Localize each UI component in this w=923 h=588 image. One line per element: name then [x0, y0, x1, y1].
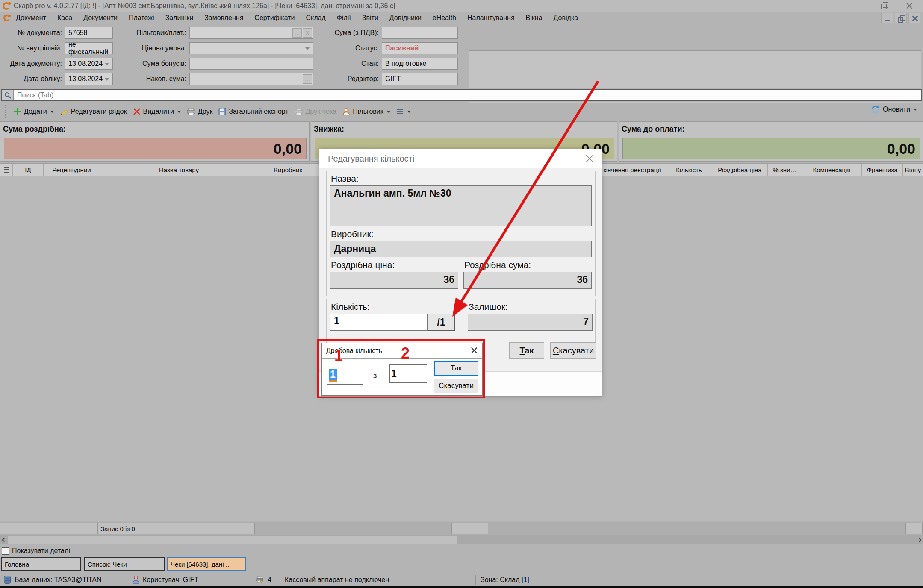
chevron-down-icon[interactable] — [105, 63, 109, 65]
column-id[interactable]: ІД — [13, 164, 44, 176]
menu-payments[interactable]: Платежі — [123, 14, 160, 22]
internal-number-label: № внутрішній: — [1, 44, 65, 52]
chevron-down-icon — [914, 109, 917, 111]
menu-help[interactable]: Довідка — [548, 14, 584, 22]
annotation-step-2: 2 — [401, 344, 410, 362]
database-status: База даних: TASA3@TITAN — [3, 573, 102, 586]
scrollbar-thumb[interactable] — [8, 536, 457, 544]
window-title: Скарб pro v. 4.0.2.77 [ІД: !] - [Апт №00… — [14, 2, 395, 10]
close-icon[interactable] — [905, 2, 914, 9]
menu-warehouse[interactable]: Склад — [300, 14, 331, 22]
form-column-2: Пільговик/плат.: … X Цінова умова: Сума … — [115, 27, 313, 88]
minimize-icon[interactable] — [855, 2, 864, 9]
menu-settings[interactable]: Налаштування — [462, 14, 520, 22]
dialog-ok-button[interactable]: Так — [509, 342, 544, 359]
tab-main[interactable]: Головна — [1, 557, 81, 571]
user-status: Користувач: GIFT — [133, 573, 198, 586]
mdi-minimize-icon[interactable] — [881, 13, 893, 23]
dialog-title-bar[interactable]: Редагування кількості — [319, 149, 602, 168]
beneficiary-label: Пільговик/плат.: — [115, 29, 189, 37]
add-button[interactable]: Додати — [13, 106, 55, 117]
printer-count-status: 4 — [256, 573, 271, 586]
export-button[interactable]: Загальний експорт — [218, 106, 289, 117]
record-seg-small — [451, 523, 488, 534]
tab-list-checks[interactable]: Список: Чеки — [84, 557, 165, 571]
internal-number-field[interactable]: не фискальный — [65, 42, 113, 54]
refresh-button[interactable]: Оновити — [871, 105, 917, 114]
mdi-close-icon[interactable] — [908, 13, 920, 23]
menu-reports[interactable]: Звіти — [357, 14, 384, 22]
column-dispense[interactable]: Відпу — [903, 164, 923, 176]
beneficiary-picker-button[interactable]: … — [292, 28, 302, 38]
dialog-title: Редагування кількості — [328, 154, 414, 164]
form-column-1: № документа: 57658 № внутрішній: не фиск… — [1, 27, 113, 88]
zone-status: Зона: Склад [1] — [481, 573, 529, 586]
accum-sum-picker-button[interactable]: … — [303, 74, 312, 84]
retail-sum-panel: Сума роздрібна: 0,00 — [0, 121, 310, 162]
column-prescription[interactable]: Рецептурний — [44, 164, 100, 176]
column-discount-pct[interactable]: % зни… — [768, 164, 802, 176]
menu-stock[interactable]: Залишки — [160, 14, 199, 22]
restore-icon[interactable] — [880, 2, 889, 9]
print-button[interactable]: Друк — [186, 106, 214, 117]
sum-vat-field[interactable] — [382, 27, 458, 39]
edit-row-button[interactable]: Редагувати рядок — [59, 106, 128, 117]
menu-directories[interactable]: Довідники — [384, 14, 427, 22]
quantity-input[interactable]: 1 — [330, 314, 428, 331]
tab-checks-active[interactable]: Чеки [64633], дані ... — [167, 557, 246, 571]
annotation-step-1: 1 — [334, 347, 343, 365]
column-retail-price[interactable]: Роздрібна ціна — [712, 164, 768, 176]
chevron-down-icon[interactable] — [305, 47, 310, 50]
menu-orders[interactable]: Замовлення — [199, 14, 249, 22]
column-franchise[interactable]: Франшиза — [862, 164, 903, 176]
column-compensation[interactable]: Компенсація — [802, 164, 862, 176]
chevron-down-icon — [387, 111, 390, 113]
menu-certificates[interactable]: Сертифікати — [249, 14, 300, 22]
chevron-down-icon — [407, 111, 411, 113]
chevron-down-icon[interactable] — [105, 78, 109, 81]
menu-document[interactable]: Документ — [10, 14, 52, 22]
search-input[interactable] — [14, 91, 921, 99]
search-box[interactable] — [1, 89, 922, 101]
chevron-down-icon — [177, 111, 181, 113]
account-date-field[interactable]: 13.08.2024 — [65, 73, 113, 85]
printer-lightning-icon — [256, 576, 264, 584]
menu-bar: Документ Каса Документи Платежі Залишки … — [0, 12, 923, 24]
column-manufacturer[interactable]: Виробник — [258, 164, 318, 176]
scroll-left-icon[interactable] — [0, 535, 8, 544]
menu-windows[interactable]: Вікна — [520, 14, 548, 22]
beneficiary-button[interactable]: Пільговик — [342, 106, 391, 117]
mdi-restore-icon[interactable] — [895, 13, 907, 23]
price-condition-label: Цінова умова: — [115, 44, 189, 52]
cash-register-status: Кассовый аппарат не подключен — [285, 573, 389, 586]
menu-documents[interactable]: Документи — [78, 14, 123, 22]
export-icon — [218, 108, 226, 115]
menu-branches[interactable]: Філії — [331, 14, 357, 22]
menu-kasa[interactable]: Каса — [52, 14, 78, 22]
view-options-button[interactable] — [395, 107, 412, 116]
price-condition-field[interactable] — [189, 42, 313, 54]
pencil-icon — [60, 107, 68, 116]
beneficiary-field[interactable]: … X — [189, 27, 313, 39]
delete-button[interactable]: Видалити — [132, 106, 182, 117]
discount-label: Знижка: — [311, 122, 617, 134]
fraction-button[interactable]: /1 — [428, 314, 455, 331]
horizontal-scrollbar[interactable] — [0, 535, 923, 544]
close-icon[interactable] — [584, 153, 595, 164]
accum-sum-field[interactable]: … — [189, 73, 313, 85]
bonus-sum-field[interactable] — [189, 58, 313, 70]
dialog-cancel-button[interactable]: Скасувати — [550, 342, 596, 359]
show-details-checkbox[interactable] — [2, 547, 9, 555]
column-product-name[interactable]: Назва товару — [100, 164, 258, 176]
column-registration-end[interactable]: кінчення реєстрації — [599, 164, 666, 176]
doc-date-field[interactable]: 13.08.2024 — [65, 58, 113, 70]
toolbar-grip[interactable] — [5, 105, 7, 118]
scroll-right-icon[interactable] — [915, 535, 923, 544]
column-quantity[interactable]: Кількість — [666, 164, 712, 176]
print-receipt-button[interactable]: Друк чека — [294, 106, 337, 117]
grip-column-header[interactable] — [0, 164, 13, 176]
name-label: Назва: — [331, 173, 359, 184]
menu-ehealth[interactable]: eHealth — [427, 14, 462, 22]
doc-number-field[interactable]: 57658 — [65, 27, 113, 39]
beneficiary-clear-button[interactable]: X — [303, 28, 312, 38]
